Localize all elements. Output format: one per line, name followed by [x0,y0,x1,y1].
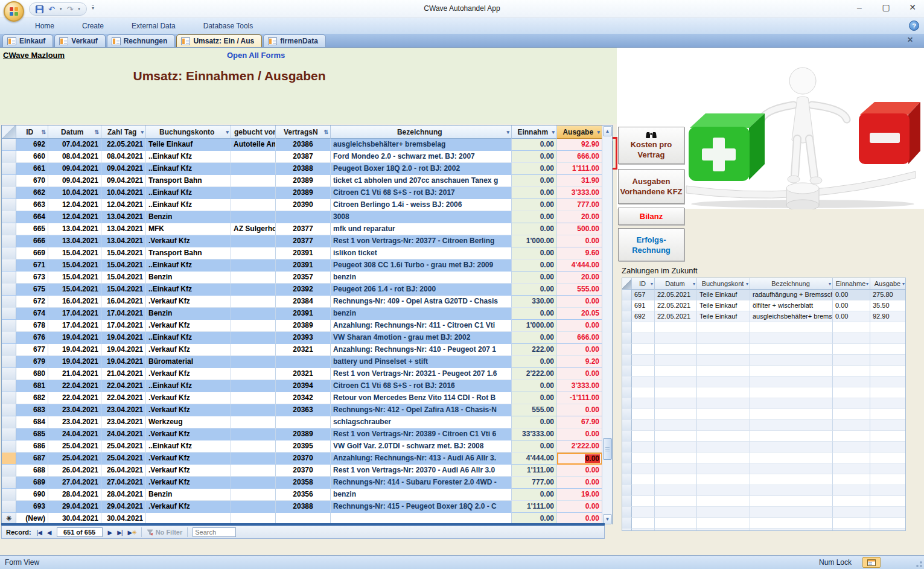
cell-ausgabe[interactable] [870,507,906,518]
cell-bezeichnung[interactable] [750,485,833,496]
cell-buchungskonto[interactable]: ..Einkauf Kfz [146,259,231,272]
row-selector[interactable] [2,235,16,247]
table-row[interactable]: 677 19.04.2021 19.04.2021 .Verkauf Kfz 2… [2,344,612,356]
cell-id[interactable] [632,518,655,529]
cell-einnahme[interactable]: 222.00 [512,344,557,356]
row-selector[interactable] [622,463,632,474]
cell-datum[interactable] [655,431,697,442]
cell-zahl-tag[interactable]: 15.04.2021 [101,259,146,272]
cell-zahl-tag[interactable]: 23.04.2021 [101,416,146,428]
cell-bezeichnung[interactable]: battery und Pinselset + stift [331,356,512,368]
cell-gebucht-vor[interactable] [231,187,276,199]
future-payment-row[interactable] [622,377,905,387]
erfolgs-rechnung-button[interactable]: Erfolgs- Rechnung [618,228,684,261]
future-payment-row[interactable] [622,398,905,409]
row-selector[interactable] [2,404,16,416]
cell-id[interactable]: 675 [16,284,48,296]
cell-buchungskonto[interactable] [697,387,750,398]
cell-zahl-tag[interactable]: 08.04.2021 [101,151,146,163]
cell-bezeichnung[interactable]: Rest 1 von Vertrags-Nr: 20370 - Audi A6 … [331,465,512,477]
column-header-vertragsn[interactable]: VertragsN⇅ [276,126,331,139]
cell-gebucht-vor[interactable] [231,199,276,211]
cell-gebucht-vor[interactable] [231,344,276,356]
filter-dropdown-icon[interactable]: ▾ [597,129,600,135]
cell-ausgabe[interactable]: 35.50 [870,300,906,311]
cell-bezeichnung[interactable] [750,442,833,453]
cell-ausgabe[interactable]: 555.00 [557,284,602,296]
row-selector[interactable] [2,247,16,259]
cell-datum[interactable]: 25.04.2021 [48,453,101,465]
cell-ausgabe[interactable]: 0.00 [557,344,602,356]
cell-einnahme[interactable]: 0.00 [512,356,557,368]
cell-id[interactable]: 680 [16,368,48,380]
subcolumn-header-buchungskonto[interactable]: Buchungskont▾ [697,278,750,290]
cell-bezeichnung[interactable] [750,474,833,485]
cell-einnahme[interactable] [833,355,870,366]
cell-datum[interactable]: 15.04.2021 [48,247,101,259]
future-payment-row[interactable]: 657 22.05.2021 Teile Einkauf radaufhängu… [622,290,905,300]
table-row[interactable]: 660 08.04.2021 08.04.2021 ..Einkauf Kfz … [2,151,612,163]
cell-vertragsn[interactable]: 20370 [276,453,331,465]
cell-datum[interactable]: 13.04.2021 [48,223,101,235]
table-row[interactable]: 693 29.04.2021 29.04.2021 .Verkauf Kfz 2… [2,501,612,513]
row-selector[interactable] [2,320,16,332]
cell-datum[interactable] [655,453,697,463]
cell-id[interactable]: 681 [16,380,48,392]
cell-einnahme[interactable]: 1'111.00 [512,501,557,513]
cell-bezeichnung[interactable] [750,333,833,344]
cell-datum[interactable]: 24.04.2021 [48,428,101,440]
cell-ausgabe[interactable]: 275.80 [870,290,906,300]
cell-bezeichnung[interactable] [750,529,833,531]
row-selector[interactable] [2,199,16,211]
cell-zahl-tag[interactable]: 17.04.2021 [101,320,146,332]
document-tab-verkauf[interactable]: Verkauf [54,34,105,47]
cell-buchungskonto[interactable] [697,333,750,344]
cell-bezeichnung[interactable]: radaufhängung + Bremssch [750,290,833,300]
document-tab-einkauf[interactable]: Einkauf [2,34,53,47]
row-selector[interactable] [2,489,16,501]
row-selector[interactable] [622,344,632,355]
cell-gebucht-vor[interactable] [231,259,276,272]
cell-bezeichnung[interactable]: ticket c1 abholen und 207cc anschauen Ta… [331,175,512,187]
cell-id[interactable] [632,377,655,387]
cell-buchungskonto[interactable] [697,529,750,531]
cell-id[interactable]: 686 [16,440,48,453]
cell-vertragsn[interactable] [276,211,331,223]
cell-einnahme[interactable]: 0.00 [512,139,557,151]
row-selector[interactable] [2,163,16,175]
row-selector[interactable] [2,151,16,163]
cell-ausgabe[interactable]: 20.05 [557,308,602,320]
cell-id[interactable]: 663 [16,199,48,211]
cell-bezeichnung[interactable]: Rechnungs-Nr: 409 - Opel Astra G20TD - C… [331,296,512,308]
cell-id[interactable]: 679 [16,356,48,368]
cell-ausgabe[interactable]: 0.00 [557,428,602,440]
cell-zahl-tag[interactable]: 28.04.2021 [101,489,146,501]
row-selector[interactable] [622,311,632,322]
cell-zahl-tag[interactable]: 22.05.2021 [101,139,146,151]
table-row[interactable]: 689 27.04.2021 27.04.2021 .Verkauf Kfz 2… [2,477,612,489]
table-row[interactable]: 673 15.04.2021 15.04.2021 Benzin 20357 b… [2,272,612,284]
row-selector[interactable] [2,356,16,368]
cell-datum[interactable]: 22.04.2021 [48,392,101,404]
cell-zahl-tag[interactable]: 19.04.2021 [101,344,146,356]
future-payment-row[interactable] [622,355,905,366]
cell-datum[interactable]: 19.04.2021 [48,356,101,368]
cell-gebucht-vor[interactable] [231,151,276,163]
cell-einnahme[interactable] [833,442,870,453]
cell-id[interactable]: 671 [16,259,48,272]
cell-id[interactable]: 692 [16,139,48,151]
cell-buchungskonto[interactable] [697,355,750,366]
cell-bezeichnung[interactable]: schlagschrauber [331,416,512,428]
cell-bezeichnung[interactable]: Citroen C1 Vti 68 S+S - rot BJ: 2017 [331,187,512,199]
future-payment-row[interactable] [622,366,905,377]
row-selector[interactable] [622,333,632,344]
cell-id[interactable] [632,409,655,420]
kosten-pro-vertrag-button[interactable]: Kosten pro Vertrag [618,127,684,164]
future-payment-row[interactable] [622,463,905,474]
cell-ausgabe[interactable]: 3'333.00 [557,380,602,392]
cell-datum[interactable]: 13.04.2021 [48,235,101,247]
cell-buchungskonto[interactable]: .Verkauf Kfz [146,404,231,416]
cell-id[interactable] [632,507,655,518]
office-button[interactable] [4,1,24,22]
cell-vertragsn[interactable] [276,416,331,428]
